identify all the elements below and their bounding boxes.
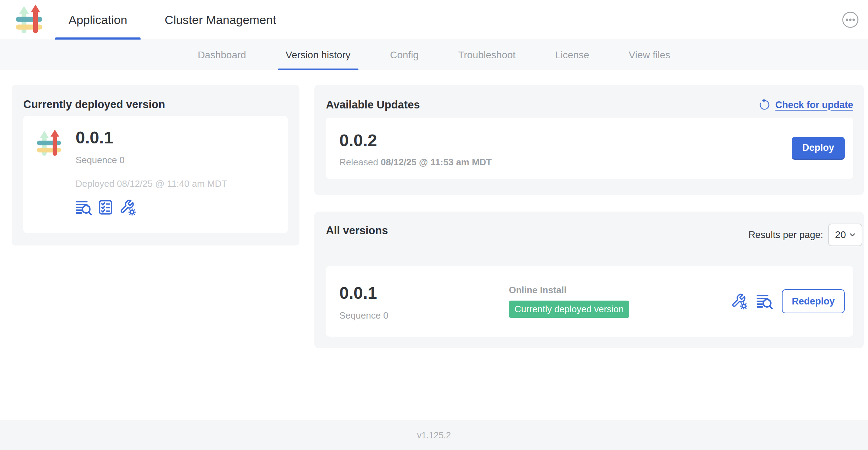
results-per-page-control: Results per page: 20 [748,224,862,246]
subnav-item-config[interactable]: Config [380,40,429,70]
results-per-page-value: 20 [835,229,846,241]
subnav-label: Troubleshoot [458,49,515,61]
row-version-block: 0.0.1 Sequence 0 [339,282,509,321]
release-notes-icon[interactable] [756,293,773,309]
all-versions-title: All versions [326,224,388,238]
app-logo-icon [36,128,66,159]
row-install-block: Online Install Currently deployed versio… [509,285,629,318]
version-row: 0.0.1 Sequence 0 Online Install Currentl… [326,266,853,337]
edit-config-icon[interactable] [119,199,136,215]
edit-config-icon[interactable] [731,293,747,309]
preflight-checks-icon[interactable] [97,199,114,215]
released-date: 08/12/25 @ 11:53 am MDT [381,157,492,167]
deployed-version-number: 0.0.1 [76,126,227,149]
tab-cluster-management-label: Cluster Management [165,13,276,27]
top-tabs: Application Cluster Management [55,0,290,40]
subnav-label: Dashboard [198,49,246,61]
available-updates-title: Available Updates [326,98,420,112]
chevron-down-icon [849,232,856,238]
tab-application-label: Application [69,13,127,27]
top-header: Application Cluster Management [0,0,868,40]
subnav-label: Version history [286,49,351,61]
check-for-update-link[interactable]: Check for update [758,99,853,111]
console-version-label: v1.125.2 [417,430,451,440]
refresh-icon [758,99,771,111]
subnav-item-dashboard[interactable]: Dashboard [187,40,257,70]
subnav-label: View files [629,49,670,61]
tab-cluster-management[interactable]: Cluster Management [151,0,290,40]
deployed-actions [76,199,227,215]
deployed-version-details: 0.0.1 Sequence 0 Deployed 08/12/25 @ 11:… [76,126,227,223]
currently-deployed-title: Currently deployed version [23,97,288,112]
app-logo-icon [15,4,47,36]
results-per-page-label: Results per page: [748,230,823,241]
update-version-number: 0.0.2 [339,129,492,152]
subnav-item-license[interactable]: License [545,40,600,70]
app-footer: v1.125.2 [0,420,868,450]
currently-deployed-card: Currently deployed version 0.0.1 Sequenc… [12,85,299,245]
main-content: Currently deployed version 0.0.1 Sequenc… [0,70,868,420]
currently-deployed-badge: Currently deployed version [509,301,629,318]
ellipsis-icon [842,11,859,28]
app-logo [15,0,47,40]
subnav-label: Config [390,49,419,61]
subnav-label: License [555,49,589,61]
deployed-version-panel: 0.0.1 Sequence 0 Deployed 08/12/25 @ 11:… [23,116,288,233]
results-per-page-select[interactable]: 20 [828,224,862,246]
deployed-sequence: Sequence 0 [76,155,227,166]
deployed-timestamp: Deployed 08/12/25 @ 11:40 am MDT [76,178,227,189]
app-root: Application Cluster Management Dashboard… [0,0,868,450]
subnav-item-view-files[interactable]: View files [618,40,681,70]
install-type-label: Online Install [509,285,629,296]
redeploy-button[interactable]: Redeploy [782,289,845,313]
released-prefix: Released [339,157,378,167]
release-notes-icon[interactable] [76,199,92,215]
row-actions: Redeploy [731,289,845,313]
update-details: 0.0.2 Released 08/12/25 @ 11:53 am MDT [339,129,492,168]
row-sequence: Sequence 0 [339,310,509,321]
all-versions-card: All versions Results per page: 20 0.0.1 … [314,212,864,348]
check-for-update-label: Check for update [775,100,853,111]
overflow-menu-button[interactable] [842,0,859,40]
app-logo [36,126,66,223]
subnav-item-troubleshoot[interactable]: Troubleshoot [447,40,526,70]
subnav-item-version-history[interactable]: Version history [275,40,361,70]
right-column: Available Updates Check for update 0.0.2… [314,85,864,348]
app-subnav: Dashboard Version history Config Trouble… [0,40,868,70]
row-version-number: 0.0.1 [339,282,509,304]
available-updates-card: Available Updates Check for update 0.0.2… [314,85,864,195]
update-row: 0.0.2 Released 08/12/25 @ 11:53 am MDT D… [326,118,853,179]
deploy-button[interactable]: Deploy [792,137,845,160]
tab-application[interactable]: Application [55,0,141,40]
update-released-line: Released 08/12/25 @ 11:53 am MDT [339,157,492,168]
